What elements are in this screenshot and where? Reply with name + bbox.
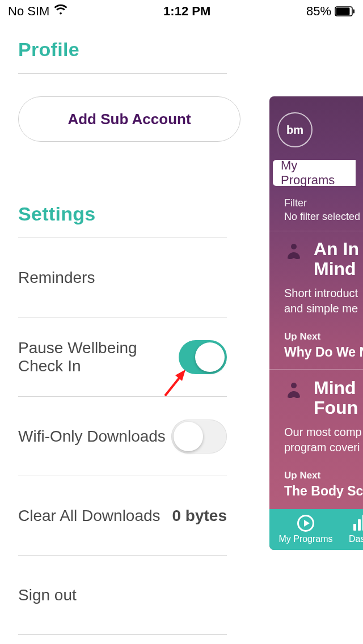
up-next-label: Up Next: [284, 470, 363, 481]
program-title: Mind: [314, 378, 358, 398]
status-right: 85%: [306, 4, 355, 19]
play-circle-icon: [297, 515, 314, 532]
up-next-label: Up Next: [284, 331, 363, 342]
add-sub-account-button[interactable]: Add Sub Account: [18, 96, 240, 142]
program-desc: Our most comp: [284, 425, 363, 440]
pause-wellbeing-label: Pause Wellbeing Check In: [18, 339, 179, 375]
reminders-label: Reminders: [18, 269, 95, 287]
wifi-only-label: Wifi-Only Downloads: [18, 427, 166, 446]
program-card[interactable]: Mind Foun Our most comp program coveri U…: [269, 369, 363, 508]
program-card[interactable]: An In Mind Short introduct and simple me…: [269, 231, 363, 369]
clear-downloads-row[interactable]: Clear All Downloads 0 bytes: [18, 476, 227, 556]
tab-label: My Programs: [278, 534, 332, 544]
svg-point-5: [291, 244, 297, 249]
reminders-row[interactable]: Reminders: [18, 238, 227, 317]
wifi-only-toggle[interactable]: [171, 420, 227, 454]
meditation-icon: [284, 243, 303, 262]
svg-rect-2: [353, 10, 355, 14]
settings-pane: Profile Add Sub Account Settings Reminde…: [0, 39, 245, 635]
tab-my-programs-bottom[interactable]: My Programs: [277, 515, 334, 544]
program-desc: and simple me: [284, 301, 363, 316]
toggle-knob: [174, 422, 203, 451]
profile-heading: Profile: [18, 39, 227, 61]
add-sub-account-label: Add Sub Account: [67, 111, 191, 128]
programs-panel: bm My Programs Filter No filter selected…: [269, 96, 363, 550]
tab-my-programs[interactable]: My Programs: [273, 160, 356, 186]
bottom-tab-bar: My Programs Dash: [269, 509, 363, 550]
filter-block[interactable]: Filter No filter selected: [284, 196, 363, 224]
battery-percent: 85%: [306, 4, 331, 19]
program-desc: Short introduct: [284, 286, 363, 301]
battery-icon: [335, 6, 355, 16]
tab-label: Dash: [349, 534, 363, 544]
divider: [18, 73, 227, 74]
tab-dashboard[interactable]: Dash: [349, 515, 363, 544]
pause-wellbeing-row: Pause Wellbeing Check In: [18, 317, 227, 397]
avatar-initials: bm: [286, 124, 303, 137]
clear-downloads-label: Clear All Downloads: [18, 507, 161, 525]
avatar-badge[interactable]: bm: [277, 112, 313, 147]
clear-downloads-value: 0 bytes: [172, 507, 227, 525]
meditation-icon: [284, 382, 303, 401]
pause-wellbeing-toggle[interactable]: [179, 340, 227, 374]
carrier-text: No SIM: [8, 4, 49, 19]
filter-value: No filter selected: [284, 210, 363, 223]
settings-heading: Settings: [18, 203, 227, 225]
program-desc: program coveri: [284, 440, 363, 455]
program-title: Mind: [314, 259, 359, 279]
bars-icon: [353, 515, 363, 531]
wifi-only-row: Wifi-Only Downloads: [18, 397, 227, 476]
up-next-title: The Body Scar: [284, 484, 363, 499]
svg-rect-1: [336, 8, 350, 15]
tab-my-programs-label: My Programs: [281, 158, 348, 188]
up-next-title: Why Do We Ne: [284, 345, 363, 360]
program-title: An In: [314, 239, 359, 259]
svg-point-6: [291, 383, 297, 388]
status-bar: No SIM 1:12 PM 85%: [0, 0, 363, 23]
status-left: No SIM: [8, 4, 67, 19]
sign-out-label: Sign out: [18, 586, 77, 604]
toggle-knob: [195, 342, 225, 372]
sign-out-row[interactable]: Sign out: [18, 556, 227, 635]
status-time: 1:12 PM: [163, 4, 210, 19]
filter-label: Filter: [284, 196, 363, 210]
program-title: Foun: [314, 398, 358, 418]
wifi-icon: [54, 4, 67, 19]
